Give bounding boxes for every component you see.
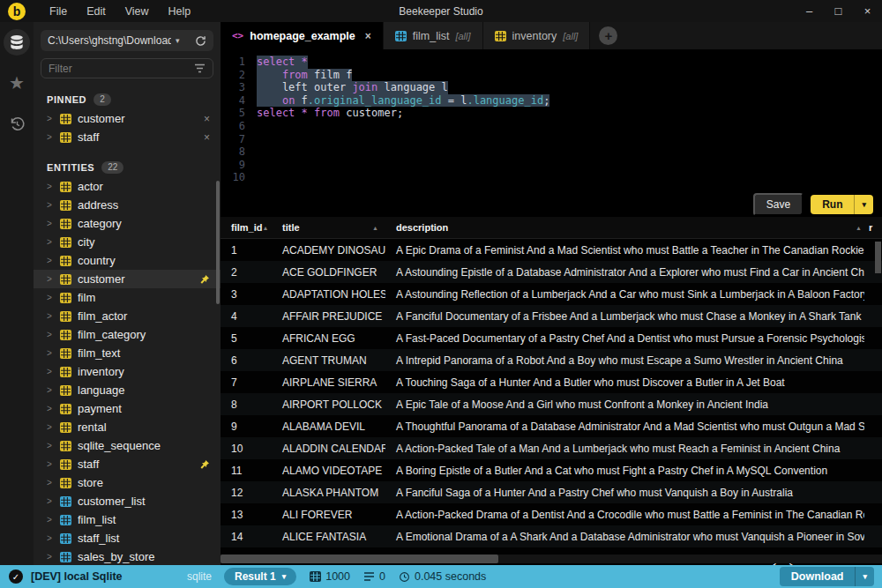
connection-path-dropdown[interactable]: C:\Users\ghstng\Downloads ▾ [41, 30, 213, 51]
table-row[interactable]: 11ALAMO VIDEOTAPEA Boring Epistle of a B… [220, 459, 882, 481]
tab-inventory[interactable]: inventory[all] [483, 22, 591, 49]
sort-icon[interactable]: ▲ [856, 225, 862, 231]
chevron-right-icon[interactable]: > [47, 114, 54, 123]
entity-item-sqlite_sequence[interactable]: >sqlite_sequence [34, 436, 220, 455]
filter-icon[interactable] [194, 63, 206, 73]
entity-item-category[interactable]: >category [34, 214, 220, 233]
table-row[interactable]: 1ACADEMY DINOSAURA Epic Drama of a Femin… [220, 239, 882, 261]
chevron-right-icon[interactable]: > [47, 533, 54, 543]
filter-input[interactable] [49, 63, 194, 75]
entity-item-film[interactable]: >film [34, 288, 220, 307]
entity-item-film_text[interactable]: >film_text [34, 344, 220, 362]
result-selector-button[interactable]: Result 1 ▾ [224, 568, 296, 585]
column-header-description[interactable]: description▲ [385, 217, 869, 238]
chevron-right-icon[interactable]: > [47, 182, 54, 191]
entity-item-language[interactable]: >language [34, 381, 220, 399]
table-row[interactable]: 4AFFAIR PREJUDICEA Fanciful Documentary … [220, 305, 882, 327]
download-button[interactable]: Download ▾ [780, 567, 874, 586]
table-row[interactable]: 7AIRPLANE SIERRAA Touching Saga of a Hun… [220, 371, 882, 393]
chevron-right-icon[interactable]: > [47, 237, 54, 247]
pinned-item-customer[interactable]: >customer× [34, 109, 220, 128]
history-tab-button[interactable] [4, 110, 30, 137]
chevron-right-icon[interactable]: > [47, 311, 54, 321]
entity-item-sales_by_store[interactable]: >sales_by_store [34, 547, 220, 565]
pinned-item-staff[interactable]: >staff× [34, 128, 220, 146]
table-row[interactable]: 6AGENT TRUMANA Intrepid Panorama of a Ro… [220, 349, 882, 371]
close-button[interactable]: × [853, 0, 882, 22]
menu-edit[interactable]: Edit [77, 3, 116, 20]
chevron-right-icon[interactable]: > [47, 478, 54, 488]
maximize-button[interactable]: □ [824, 0, 853, 22]
chevron-right-icon[interactable]: > [47, 459, 54, 469]
chevron-right-icon[interactable]: > [47, 293, 54, 302]
chevron-right-icon[interactable]: > [47, 132, 54, 142]
entity-item-staff_list[interactable]: >staff_list [34, 529, 220, 547]
chevron-right-icon[interactable]: > [47, 367, 54, 376]
tab-homepage_example[interactable]: <>homepage_example× [220, 22, 384, 49]
entity-item-film_list[interactable]: >film_list [34, 510, 220, 529]
sql-editor[interactable]: 1select *2 from film f3 left outer join … [220, 49, 882, 192]
menu-help[interactable]: Help [159, 3, 201, 20]
entity-item-address[interactable]: >address [34, 196, 220, 214]
entity-item-country[interactable]: >country [34, 251, 220, 270]
tab-film_list[interactable]: film_list[all] [384, 22, 483, 49]
chevron-right-icon[interactable]: > [47, 404, 54, 413]
chevron-right-icon[interactable]: > [47, 219, 54, 228]
vertical-scrollbar[interactable] [875, 242, 881, 273]
table-row[interactable]: 13ALI FOREVERA Action-Packed Drama of a … [220, 503, 882, 525]
entity-item-payment[interactable]: >payment [34, 399, 220, 418]
chevron-right-icon[interactable]: > [47, 330, 54, 339]
entity-item-city[interactable]: >city [34, 233, 220, 251]
menu-file[interactable]: File [40, 3, 77, 20]
save-button[interactable]: Save [753, 193, 804, 216]
sidebar-scrollbar[interactable] [216, 181, 220, 304]
menu-view[interactable]: View [116, 3, 159, 20]
chevron-right-icon[interactable]: > [47, 422, 54, 432]
column-header-film_id[interactable]: film_id▲ [220, 217, 272, 238]
sort-icon[interactable]: ▲ [262, 225, 268, 231]
minimize-button[interactable]: – [795, 0, 824, 22]
table-row[interactable]: 8AIRPORT POLLOCKA Epic Tale of a Moose A… [220, 393, 882, 415]
chevron-right-icon[interactable]: > [47, 200, 54, 210]
entity-item-film_actor[interactable]: >film_actor [34, 307, 220, 325]
table-row[interactable]: 9ALABAMA DEVILA Thoughtful Panorama of a… [220, 415, 882, 437]
download-options-button[interactable]: ▾ [855, 567, 874, 586]
chevron-right-icon[interactable]: > [47, 385, 54, 395]
connections-tab-button[interactable] [4, 29, 30, 56]
sort-icon[interactable]: ▲ [372, 225, 378, 231]
chevron-right-icon[interactable]: > [47, 496, 54, 506]
chevron-right-icon[interactable]: > [47, 256, 54, 265]
table-icon [60, 200, 71, 211]
entity-item-staff[interactable]: >staff [34, 455, 220, 473]
entity-item-customer_list[interactable]: >customer_list [34, 492, 220, 510]
entity-item-film_category[interactable]: >film_category [34, 325, 220, 344]
chevron-right-icon[interactable]: > [47, 441, 54, 450]
entity-item-rental[interactable]: >rental [34, 418, 220, 436]
run-options-button[interactable]: ▾ [854, 195, 873, 214]
unpin-icon[interactable]: × [204, 113, 210, 125]
table-row[interactable]: 5AFRICAN EGGA Fast-Paced Documentary of … [220, 327, 882, 349]
favorites-tab-button[interactable]: ★ [4, 70, 30, 96]
column-header-clipped[interactable]: r [869, 217, 882, 238]
refresh-icon[interactable] [195, 35, 206, 47]
entity-item-store[interactable]: >store [34, 473, 220, 492]
chevron-right-icon[interactable]: > [47, 552, 54, 562]
table-row[interactable]: 14ALICE FANTASIAA Emotional Drama of a A… [220, 525, 882, 547]
chevron-right-icon[interactable]: > [47, 515, 54, 525]
entity-item-actor[interactable]: >actor [34, 177, 220, 196]
entity-item-inventory[interactable]: >inventory [34, 362, 220, 381]
entity-item-customer[interactable]: >customer [34, 270, 220, 288]
unpin-icon[interactable]: × [204, 131, 210, 144]
chevron-right-icon[interactable]: > [47, 348, 54, 358]
table-row[interactable]: 2ACE GOLDFINGERA Astounding Epistle of a… [220, 261, 882, 283]
chevron-right-icon[interactable]: > [47, 274, 54, 284]
horizontal-scrollbar[interactable] [220, 555, 498, 563]
table-row[interactable]: 12ALASKA PHANTOMA Fanciful Saga of a Hun… [220, 481, 882, 503]
table-row[interactable]: 3ADAPTATION HOLESA Astounding Reflection… [220, 283, 882, 305]
column-header-title[interactable]: title▲ [272, 217, 385, 238]
table-row[interactable]: 10ALADDIN CALENDARA Action-Packed Tale o… [220, 437, 882, 459]
titlebar: b FileEditViewHelp Beekeeper Studio – □ … [0, 0, 882, 22]
close-tab-icon[interactable]: × [365, 30, 371, 42]
run-button[interactable]: Run ▾ [811, 195, 873, 214]
new-tab-button[interactable]: + [599, 26, 617, 45]
